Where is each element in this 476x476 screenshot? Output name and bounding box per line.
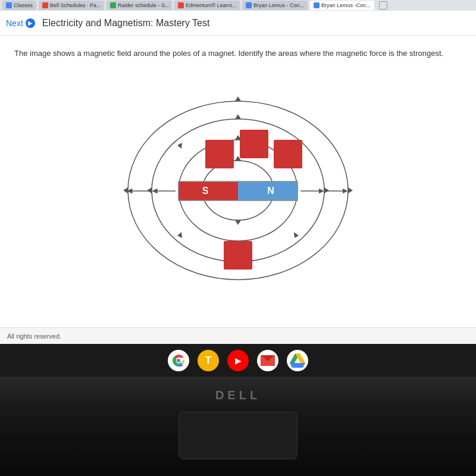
main-content: The image shows a magnetic field around … [0, 36, 476, 327]
tab-raider-schedule[interactable]: Raider schedule - G... [107, 1, 172, 10]
svg-marker-14 [348, 187, 353, 193]
next-button[interactable]: Next ▶ [6, 18, 35, 28]
svg-point-28 [177, 359, 180, 362]
taskbar-chrome-icon[interactable] [168, 350, 189, 371]
tab-bar: Classes Bell Schedules · Pa... Raider sc… [0, 0, 476, 11]
taskbar-t-icon[interactable]: T [198, 350, 219, 371]
tab-bryan2[interactable]: Bryan Lemus -Con... [310, 1, 374, 10]
taskbar: T ▶ [0, 344, 476, 377]
footer: All rights reserved. [0, 327, 476, 344]
svg-marker-6 [235, 114, 241, 119]
footer-text: All rights reserved. [7, 333, 61, 340]
svg-marker-11 [147, 187, 152, 193]
taskbar-gmail-icon[interactable] [257, 350, 278, 371]
svg-marker-7 [235, 96, 241, 101]
svg-marker-8 [235, 220, 241, 225]
laptop-bottom: DELL [0, 377, 476, 476]
taskbar-youtube-icon[interactable]: ▶ [227, 350, 249, 371]
svg-marker-12 [123, 187, 128, 193]
next-arrow-icon: ▶ [26, 18, 35, 28]
svg-marker-17 [177, 232, 182, 238]
tab-bryan1[interactable]: Bryan Lemus - Con... [242, 1, 308, 10]
page-title: Electricity and Magnetism: Mastery Test [42, 18, 210, 29]
diagram-container: S N [14, 71, 462, 309]
answer-square-top-left[interactable] [205, 140, 234, 168]
question-text: The image shows a magnetic field around … [14, 48, 462, 60]
n-pole-label: N [267, 186, 274, 196]
s-pole-label: S [202, 186, 209, 196]
tab-edmentum[interactable]: Edmentum® Learni... [174, 1, 240, 10]
tab-bell-schedules[interactable]: Bell Schedules · Pa... [39, 1, 104, 10]
laptop-brand: DELL [215, 389, 261, 402]
svg-marker-13 [324, 187, 329, 193]
laptop-touchpad [178, 412, 298, 459]
svg-marker-18 [294, 232, 299, 238]
answer-square-top-right[interactable] [274, 140, 302, 168]
taskbar-drive-icon[interactable] [287, 350, 308, 371]
nav-bar: Next ▶ Electricity and Magnetism: Master… [0, 11, 476, 36]
answer-square-bottom[interactable] [224, 241, 252, 270]
tab-classes[interactable]: Classes [2, 1, 36, 10]
answer-square-top-center[interactable] [240, 130, 268, 158]
svg-marker-15 [177, 143, 182, 149]
magnet-diagram: S N [83, 83, 393, 298]
